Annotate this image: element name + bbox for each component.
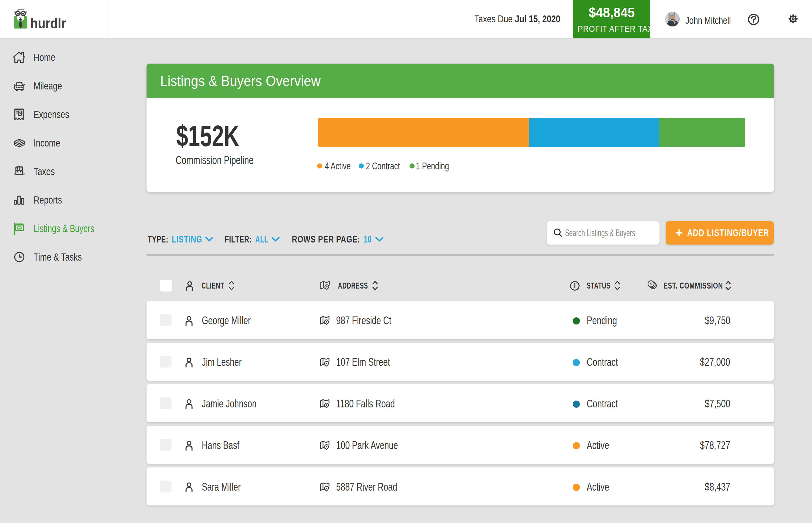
svg-text:$: $ bbox=[19, 111, 21, 115]
svg-text:SALE: SALE bbox=[17, 227, 21, 229]
svg-text:$: $ bbox=[650, 282, 652, 286]
